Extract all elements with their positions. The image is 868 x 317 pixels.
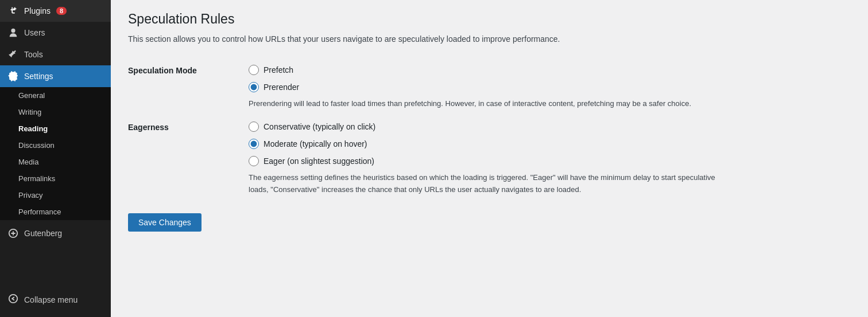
sidebar-item-gutenberg-label: Gutenberg — [24, 229, 62, 238]
prerender-radio[interactable] — [249, 82, 259, 92]
sidebar-sub-permalinks[interactable]: Permalinks — [0, 170, 111, 187]
moderate-radio[interactable] — [249, 139, 259, 149]
settings-sub-menu: General Writing Reading Discussion Media… — [0, 87, 111, 220]
page-title: Speculation Rules — [128, 11, 851, 27]
eagerness-options: Conservative (typically on click) Modera… — [249, 122, 851, 166]
prefetch-label: Prefetch — [264, 65, 293, 75]
sidebar-item-settings-label: Settings — [24, 72, 53, 81]
conservative-option[interactable]: Conservative (typically on click) — [249, 122, 851, 132]
sidebar: Plugins 8 Users Tools Settings Gener — [0, 0, 111, 317]
moderate-label: Moderate (typically on hover) — [264, 139, 367, 148]
sidebar-item-users-label: Users — [24, 28, 45, 37]
speculation-mode-desc: Prerendering will lead to faster load ti… — [249, 98, 737, 110]
sidebar-item-plugins[interactable]: Plugins 8 — [0, 0, 111, 22]
sidebar-sub-privacy[interactable]: Privacy — [0, 187, 111, 203]
sidebar-sub-writing[interactable]: Writing — [0, 104, 111, 120]
sidebar-item-tools[interactable]: Tools — [0, 44, 111, 65]
speculation-mode-label: Speculation Mode — [128, 66, 197, 75]
eager-option[interactable]: Eager (on slightest suggestion) — [249, 156, 851, 166]
collapse-menu-button[interactable]: Collapse menu — [0, 288, 111, 317]
prefetch-option[interactable]: Prefetch — [249, 65, 851, 75]
speculation-mode-options: Prefetch Prerender — [249, 65, 851, 92]
eager-radio[interactable] — [249, 156, 259, 166]
sidebar-item-plugins-label: Plugins — [24, 6, 51, 15]
svg-point-1 — [9, 295, 17, 303]
eagerness-field: Conservative (typically on click) Modera… — [249, 116, 851, 202]
sidebar-sub-performance[interactable]: Performance — [0, 203, 111, 220]
users-icon — [8, 28, 18, 38]
prerender-option[interactable]: Prerender — [249, 82, 851, 92]
save-changes-button[interactable]: Save Changes — [128, 213, 202, 232]
moderate-option[interactable]: Moderate (typically on hover) — [249, 139, 851, 149]
sidebar-item-settings[interactable]: Settings — [0, 65, 111, 87]
page-description: This section allows you to control how U… — [128, 33, 851, 45]
gutenberg-icon — [8, 228, 18, 238]
speculation-mode-field: Prefetch Prerender Prerendering will lea… — [249, 59, 851, 116]
speculation-mode-row: Speculation Mode Prefetch Prerender Prer — [128, 59, 851, 116]
prefetch-radio[interactable] — [249, 65, 259, 75]
sidebar-item-gutenberg[interactable]: Gutenberg — [0, 222, 111, 244]
eagerness-row: Eagerness Conservative (typically on cli… — [128, 116, 851, 202]
main-content: Speculation Rules This section allows yo… — [111, 0, 868, 317]
sidebar-sub-discussion[interactable]: Discussion — [0, 137, 111, 154]
sidebar-item-tools-label: Tools — [24, 50, 43, 59]
eagerness-label: Eagerness — [128, 123, 169, 132]
collapse-icon — [8, 293, 18, 306]
sidebar-sub-reading[interactable]: Reading — [0, 120, 111, 137]
conservative-label: Conservative (typically on click) — [264, 122, 375, 131]
sidebar-sub-media[interactable]: Media — [0, 154, 111, 170]
plugins-badge: 8 — [56, 7, 67, 15]
tools-icon — [8, 49, 18, 60]
sidebar-sub-general[interactable]: General — [0, 87, 111, 104]
settings-icon — [8, 71, 18, 81]
sidebar-item-users[interactable]: Users — [0, 22, 111, 44]
eagerness-desc: The eagerness setting defines the heuris… — [249, 172, 737, 196]
settings-table: Speculation Mode Prefetch Prerender Prer — [128, 59, 851, 201]
eager-label: Eager (on slightest suggestion) — [264, 156, 374, 166]
conservative-radio[interactable] — [249, 122, 259, 132]
prerender-label: Prerender — [264, 83, 299, 92]
collapse-menu-label: Collapse menu — [24, 295, 78, 304]
plugin-icon — [8, 6, 18, 16]
